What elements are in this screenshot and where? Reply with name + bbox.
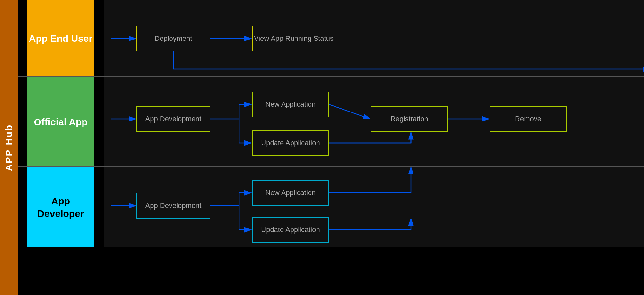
remove-box: Remove — [490, 106, 567, 132]
main-content: App End User Deployment View App Running… — [18, 0, 644, 295]
swimlane-official-app: Official App App Development New Applica… — [18, 77, 644, 167]
lane-label-text-end-user: App End User — [27, 0, 94, 76]
app-dev-developer-box: App Development — [136, 193, 210, 219]
registration-box: Registration — [371, 106, 448, 132]
lane-label-text-official-app: Official App — [27, 77, 94, 166]
deployment-box: Deployment — [136, 26, 210, 51]
lane-content-app-developer: App Development New Application Update A… — [104, 167, 644, 247]
lane-label-app-developer: App Developer — [18, 167, 104, 247]
new-app-developer-box: New Application — [252, 180, 329, 206]
new-app-official-box: New Application — [252, 92, 329, 117]
lane-label-end-user: App End User — [18, 0, 104, 76]
view-app-running-box: View App Running Status — [252, 26, 335, 51]
lane-label-official-app: Official App — [18, 77, 104, 166]
lane-content-end-user: Deployment View App Running Status — [104, 0, 644, 76]
swimlane-end-user: App End User Deployment View App Running… — [18, 0, 644, 77]
app-dev-official-box: App Development — [136, 106, 210, 132]
svg-line-7 — [329, 104, 370, 119]
lane-label-text-app-developer: App Developer — [27, 167, 94, 247]
update-app-official-box: Update Application — [252, 130, 329, 156]
lane-content-official-app: App Development New Application Update A… — [104, 77, 644, 166]
swimlane-app-developer: App Developer App Development New Applic… — [18, 167, 644, 247]
app-hub-label: APP Hub — [0, 0, 18, 295]
update-app-developer-box: Update Application — [252, 217, 329, 243]
